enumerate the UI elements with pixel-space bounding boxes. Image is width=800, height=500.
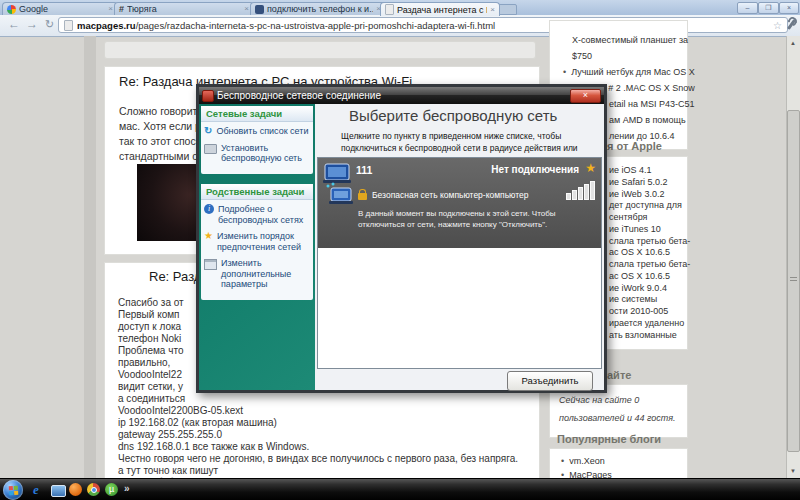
- firefox-icon[interactable]: [69, 483, 82, 496]
- taskbar: e µ »: [0, 478, 800, 500]
- hash-favicon-icon: #: [119, 5, 124, 14]
- sidebar-link[interactable]: ие iWeb 3.0.2: [609, 189, 664, 199]
- network-note: В данный момент вы подключены к этой сет…: [358, 208, 584, 230]
- sidebar-link[interactable]: X-совместимый планшет за: [572, 35, 688, 45]
- computer-to-computer-icon: [321, 162, 359, 208]
- post-text-line: VoodooIntel2200BG-05.kext: [118, 405, 243, 416]
- sidebar-heading-online: айте: [607, 369, 631, 381]
- tab-close-icon[interactable]: ×: [490, 6, 495, 14]
- window-maximize-button[interactable]: ❐: [758, 2, 779, 14]
- url-path: /pages/razdacha-interneta-s-pc-na-ustroi…: [136, 20, 496, 31]
- task-label: Изменить порядок предпочтения сетей: [217, 231, 310, 252]
- lock-icon: [358, 193, 367, 200]
- tab-label: подключить телефон к и...: [267, 4, 373, 14]
- url-domain: macpages.ru: [77, 20, 136, 31]
- post-text-line: доступ к лока: [118, 321, 181, 332]
- advanced-settings-icon: [204, 259, 217, 270]
- tab-label: Раздача интернета с PC ...: [397, 5, 487, 15]
- sidebar-link[interactable]: сентября: [609, 212, 647, 222]
- disconnect-button[interactable]: Разъединить: [507, 371, 593, 391]
- post-text-line: а тут точно как пишут: [118, 465, 218, 476]
- scroll-down-icon[interactable]: ▼: [787, 465, 799, 477]
- sidebar-link[interactable]: ие iTunes 10: [609, 224, 661, 234]
- tab-razdacha-active[interactable]: Раздача интернета с PC ... ×: [380, 2, 500, 16]
- forward-icon[interactable]: →: [26, 17, 38, 31]
- sidebar-link[interactable]: ас OS X 10.6.5: [609, 271, 670, 281]
- star-icon: ★: [204, 231, 213, 252]
- sidebar-link[interactable]: ие системы: [609, 294, 657, 304]
- sidebar-blogs-card: vm.Xeon MacPages: [549, 448, 688, 480]
- dialog-main-area: Выберите беспроводную сеть Щелкните по п…: [315, 104, 604, 390]
- tab-tyuryaga[interactable]: # Тюряга ×: [114, 2, 254, 15]
- post-text-line: а соединиться: [118, 393, 185, 404]
- new-tab-button[interactable]: [497, 4, 517, 15]
- scrollbar-thumb[interactable]: [787, 110, 800, 452]
- network-security-row: Безопасная сеть компьютер-компьютер: [358, 189, 529, 200]
- sidebar-link[interactable]: $750: [572, 51, 592, 61]
- refresh-icon[interactable]: ↻: [45, 17, 54, 31]
- dialog-task-sidebar: Сетевые задачи ↻ Обновить список сети Ус…: [199, 104, 315, 390]
- network-status: Нет подключения: [491, 164, 579, 175]
- sidebar-link[interactable]: ирается удаленно: [609, 318, 684, 328]
- back-icon[interactable]: ←: [8, 17, 20, 31]
- chrome-icon[interactable]: [87, 483, 100, 496]
- dialog-close-button[interactable]: ×: [570, 89, 601, 103]
- sidebar-link[interactable]: ости 2010-005: [609, 306, 668, 316]
- task-change-preferred-order[interactable]: ★ Изменить порядок предпочтения сетей: [204, 231, 310, 252]
- task-change-advanced-settings[interactable]: Изменить дополнительные параметры: [204, 258, 310, 290]
- sidebar-link[interactable]: ие iOS 4.1: [609, 165, 652, 175]
- wrench-menu-icon[interactable]: [786, 18, 797, 30]
- utorrent-icon[interactable]: µ: [105, 483, 118, 496]
- task-label: Обновить список сети: [216, 126, 308, 137]
- task-setup-wireless-network[interactable]: Установить беспроводную сеть: [204, 143, 310, 164]
- bookmark-star-icon[interactable]: ☆: [773, 20, 782, 31]
- sidebar-link[interactable]: ие Safari 5.0.2: [609, 177, 668, 187]
- tab-connect-phone[interactable]: подключить телефон к и... ×: [250, 2, 386, 15]
- task-learn-about-wireless[interactable]: i Подробнее о беспроводных сетях: [204, 204, 310, 225]
- internet-explorer-icon[interactable]: e: [33, 483, 46, 496]
- dialog-title-bar[interactable]: Беспроводное сетевое соединение ×: [199, 87, 604, 104]
- online-count-text: пользователей и 44 гостя.: [559, 413, 676, 423]
- post-text-line: ip 192.168.02 (как вторая машина): [118, 417, 277, 428]
- network-item-111[interactable]: 111 Нет подключения ★ Безопасная сеть ко…: [318, 158, 601, 248]
- task-refresh-network-list[interactable]: ↻ Обновить список сети: [204, 126, 310, 137]
- sidebar-link[interactable]: слала третью бета-: [609, 259, 690, 269]
- post-text-line: VoodooIntel22: [118, 369, 182, 380]
- install-network-icon: [204, 144, 217, 154]
- sidebar-link[interactable]: ие iWork 9.0.4: [609, 283, 667, 293]
- sidebar-link[interactable]: vm.Xeon: [561, 456, 605, 466]
- refresh-icon: ↻: [204, 126, 212, 137]
- window-close-button[interactable]: ×: [779, 2, 799, 14]
- sidebar-link[interactable]: ас OS X 10.6.5: [609, 247, 670, 257]
- sidebar-link[interactable]: дет доступна для: [609, 200, 682, 210]
- sidebar-link[interactable]: ать взломанные: [609, 330, 677, 340]
- sidebar-heading-apple: я от Apple: [607, 140, 662, 152]
- windows-logo-icon: [9, 486, 19, 496]
- sidebar-link[interactable]: etail на MSI P43-C51: [609, 99, 695, 109]
- wireless-app-icon: [202, 90, 214, 102]
- page-favicon-icon: [385, 4, 394, 15]
- post-text-line: gateway 255.255.255.0: [118, 429, 222, 440]
- tab-close-icon[interactable]: ×: [244, 5, 249, 13]
- tab-close-icon[interactable]: ×: [108, 5, 113, 13]
- start-button[interactable]: [3, 480, 23, 500]
- signal-strength-icon: [566, 182, 595, 200]
- sidebar-heading-blogs: Популярные блоги: [557, 433, 661, 445]
- sidebar-link[interactable]: ам AMD в помощь: [609, 115, 686, 125]
- network-name: 111: [356, 164, 372, 176]
- post-text-line: Честно говоря чего не догоняю, в виндах …: [118, 453, 518, 464]
- tab-google[interactable]: Google ×: [2, 2, 118, 15]
- sidebar-link[interactable]: слала третью бета-: [609, 236, 690, 246]
- post-text-line: Спасибо за от: [118, 297, 184, 308]
- window-minimize-button[interactable]: –: [737, 2, 758, 14]
- network-tasks-header: Сетевые задачи: [201, 106, 313, 122]
- scroll-up-icon[interactable]: ▲: [787, 37, 799, 49]
- task-label: Изменить дополнительные параметры: [221, 258, 310, 290]
- dialog-heading: Выберите беспроводную сеть: [349, 107, 557, 124]
- wireless-network-dialog: Беспроводное сетевое соединение × Сетевы…: [196, 84, 607, 393]
- quick-launch-overflow-icon[interactable]: »: [124, 483, 130, 494]
- sidebar-link[interactable]: Лучший нетбук для Mac OS X: [563, 67, 695, 77]
- screen: Google × # Тюряга × подключить телефон к…: [0, 0, 800, 500]
- task-label: Установить беспроводную сеть: [221, 143, 310, 164]
- show-desktop-icon[interactable]: [51, 485, 66, 497]
